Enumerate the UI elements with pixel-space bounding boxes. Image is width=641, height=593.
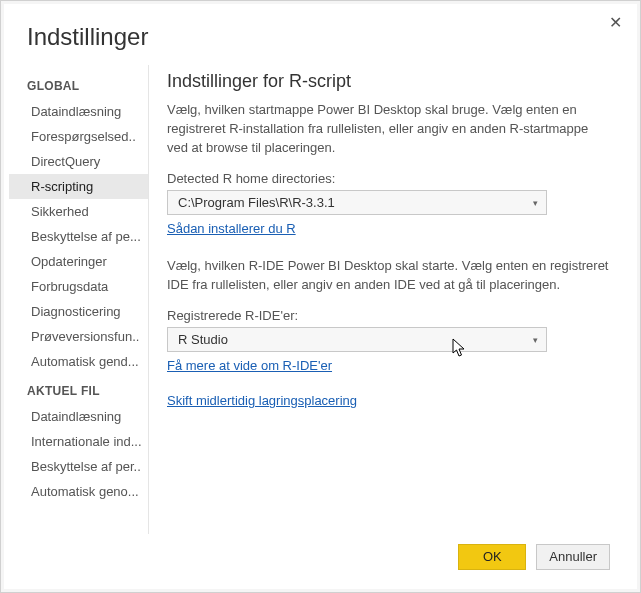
desc-ride: Vælg, hvilken R-IDE Power BI Desktop ska… (167, 256, 610, 294)
desc-rhome: Vælg, hvilken startmappe Power BI Deskto… (167, 100, 610, 157)
sidebar-item-global-5[interactable]: Beskyttelse af pe... (9, 224, 148, 249)
content-pane: Indstillinger for R-script Vælg, hvilken… (149, 65, 632, 534)
sidebar-item-global-1[interactable]: Forespørgselsed.. (9, 124, 148, 149)
link-temp-storage[interactable]: Skift midlertidig lagringsplacering (167, 393, 357, 408)
dropdown-r-home-value: C:\Program Files\R\R-3.3.1 (178, 195, 335, 210)
dropdown-r-ide[interactable]: R Studio ▾ (167, 327, 547, 352)
dropdown-r-ide-value: R Studio (178, 332, 228, 347)
sidebar-item-global-0[interactable]: Dataindlæsning (9, 99, 148, 124)
sidebar-item-aktuel-2[interactable]: Beskyttelse af per.. (9, 454, 148, 479)
ok-button[interactable]: OK (458, 544, 526, 570)
sidebar-item-global-6[interactable]: Opdateringer (9, 249, 148, 274)
dropdown-r-home[interactable]: C:\Program Files\R\R-3.3.1 ▾ (167, 190, 547, 215)
chevron-down-icon: ▾ (533, 198, 538, 208)
sidebar-item-global-8[interactable]: Diagnosticering (9, 299, 148, 324)
sidebar-header-aktuel: AKTUEL FIL (9, 374, 148, 404)
chevron-down-icon: ▾ (533, 335, 538, 345)
link-install-r[interactable]: Sådan installerer du R (167, 221, 296, 236)
content-heading: Indstillinger for R-script (167, 71, 610, 92)
label-r-home: Detected R home directories: (167, 171, 610, 186)
dialog-title: Indstillinger (9, 9, 632, 65)
close-icon[interactable]: ✕ (605, 11, 626, 35)
label-r-ide: Registrerede R-IDE'er: (167, 308, 610, 323)
sidebar-item-aktuel-0[interactable]: Dataindlæsning (9, 404, 148, 429)
sidebar-header-global: GLOBAL (9, 69, 148, 99)
sidebar-item-global-3[interactable]: R-scripting (9, 174, 148, 199)
sidebar-item-global-4[interactable]: Sikkerhed (9, 199, 148, 224)
sidebar: GLOBAL DataindlæsningForespørgselsed..Di… (9, 65, 149, 534)
sidebar-item-global-2[interactable]: DirectQuery (9, 149, 148, 174)
sidebar-item-global-7[interactable]: Forbrugsdata (9, 274, 148, 299)
sidebar-item-global-10[interactable]: Automatisk gend... (9, 349, 148, 374)
sidebar-item-aktuel-3[interactable]: Automatisk geno... (9, 479, 148, 504)
cancel-button[interactable]: Annuller (536, 544, 610, 570)
sidebar-item-global-9[interactable]: Prøveversionsfun.. (9, 324, 148, 349)
sidebar-item-aktuel-1[interactable]: Internationale ind... (9, 429, 148, 454)
dialog-footer: OK Annuller (9, 534, 632, 584)
link-ride-info[interactable]: Få mere at vide om R-IDE'er (167, 358, 332, 373)
